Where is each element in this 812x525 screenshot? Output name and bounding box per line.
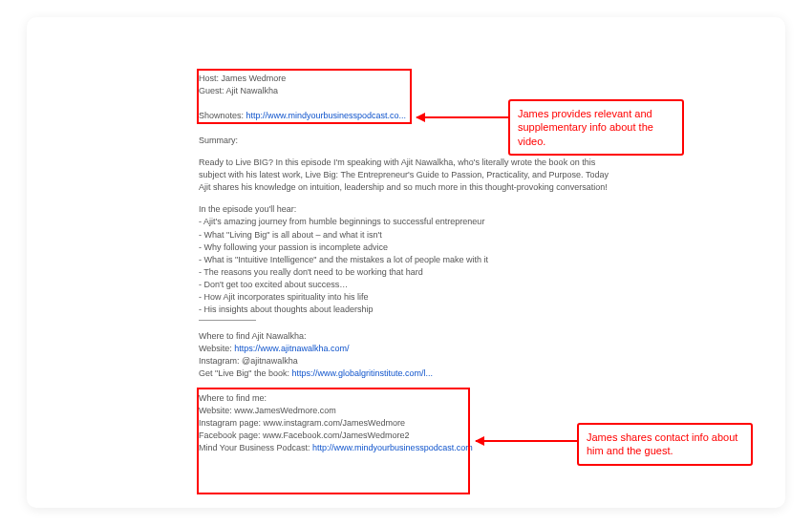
highlight-box-bottom: [197, 388, 470, 494]
guest-website-label: Website:: [199, 344, 234, 353]
arrow-bottom: [476, 440, 577, 442]
list-item: - Ajit's amazing journey from humble beg…: [199, 216, 619, 228]
list-item: - His insights about thoughts about lead…: [199, 304, 619, 316]
list-item: - How Ajit incorporates spirituality int…: [199, 291, 619, 304]
document-card: Host: James Wedmore Guest: Ajit Nawalkha…: [27, 17, 785, 508]
list-item: - The reasons you really don't need to b…: [199, 266, 619, 279]
callout-bottom: James shares contact info about him and …: [577, 423, 753, 466]
summary-paragraph: Ready to Live BIG? In this episode I'm s…: [199, 157, 619, 194]
find-guest-label: Where to find Ajit Nawalkha:: [199, 330, 619, 343]
list-item: - What "Living Big" is all about – and w…: [199, 229, 619, 242]
list-item: - Why following your passion is incomple…: [199, 242, 619, 254]
hear-list-block: In the episode you'll hear: - Ajit's ama…: [199, 203, 619, 320]
callout-top: James provides relevant and supplementar…: [508, 99, 684, 156]
guest-website-link[interactable]: https://www.ajitnawalkha.com/: [234, 344, 349, 353]
list-item: - Don't get too excited about success…: [199, 279, 619, 291]
arrow-top: [417, 116, 508, 118]
book-label: Get "Live Big" the book:: [199, 368, 291, 378]
hear-list-intro: In the episode you'll hear:: [199, 203, 619, 216]
highlight-box-top: [197, 69, 412, 124]
list-item: - What is "Intuitive Intelligence" and t…: [199, 254, 619, 266]
divider-line: [199, 320, 256, 321]
guest-instagram-label: Instagram:: [199, 356, 242, 366]
guest-instagram-handle: @ajitnawalkha: [242, 356, 298, 366]
book-link[interactable]: https://www.globalgritinstitute.com/l...: [291, 368, 433, 378]
